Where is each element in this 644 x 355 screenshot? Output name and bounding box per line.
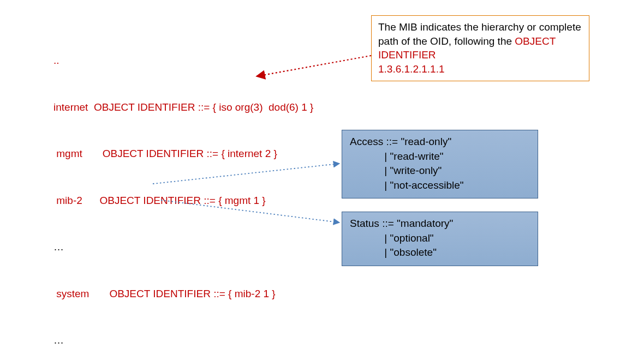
status-head: Status ::= "mandatory" [350,216,530,231]
code-system-name: system [53,288,89,299]
status-row-3: | "obsolete" [350,245,530,260]
code-mgmt-rest: OBJECT IDENTIFIER ::= { internet 2 } [82,148,277,159]
code-mib2-name: mib-2 [53,195,82,206]
access-grammar-box: Access ::= "read-only" | "read-write" | … [342,130,538,198]
code-mib2-rest: OBJECT IDENTIFIER ::= { mgmt 1 } [82,195,266,206]
access-row-2: | "read-write" [350,149,530,164]
status-grammar-box: Status ::= "mandatory" | "optional" | "o… [342,212,538,266]
code-system-line: system OBJECT IDENTIFIER ::= { mib-2 1 } [53,286,313,302]
callout-oid-value: 1.3.6.1.2.1.1.1 [378,62,582,76]
code-mgmt-name: mgmt [53,148,82,159]
access-head: Access ::= "read-only" [350,135,530,149]
code-dots-top: .. [53,53,313,69]
access-row-3: | "write-only" [350,164,530,178]
code-ellipsis-1: … [53,239,313,255]
callout-mib-hierarchy: The MIB indicates the hierarchy or compl… [371,15,589,81]
access-row-4: | "not-accessible" [350,178,530,193]
mib-code-block: .. internet OBJECT IDENTIFIER ::= { iso … [53,22,313,355]
code-internet-rest: OBJECT IDENTIFIER ::= { iso org(3) dod(6… [88,101,313,113]
code-mib2-line: mib-2 OBJECT IDENTIFIER ::= { mgmt 1 } [53,193,313,209]
code-ellipsis-2: … [53,333,313,348]
code-internet-line: internet OBJECT IDENTIFIER ::= { iso org… [53,100,313,116]
status-row-2: | "optional" [350,231,530,246]
code-internet-name: internet [53,101,88,113]
code-system-rest: OBJECT IDENTIFIER ::= { mib-2 1 } [89,288,275,299]
code-mgmt-line: mgmt OBJECT IDENTIFIER ::= { internet 2 … [53,146,313,162]
